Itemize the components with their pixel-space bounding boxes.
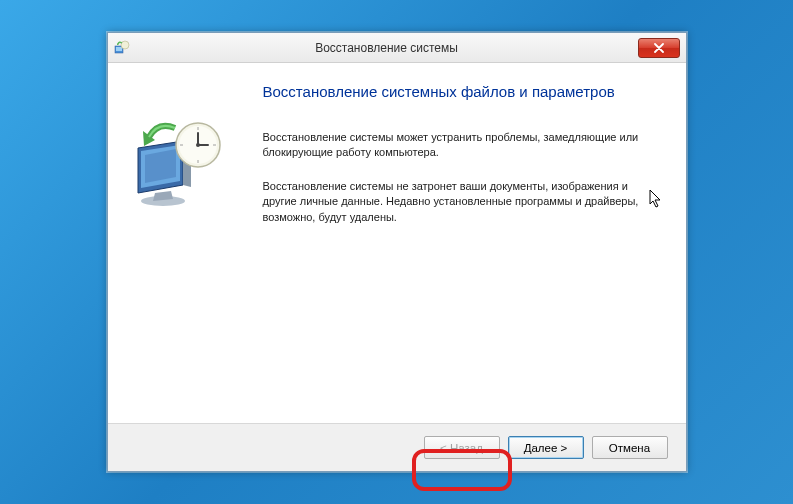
monitor-clock-restore-icon xyxy=(123,113,233,213)
svg-point-2 xyxy=(121,41,129,49)
close-button[interactable] xyxy=(638,38,680,58)
next-button[interactable]: Далее > xyxy=(508,436,584,459)
cancel-button[interactable]: Отмена xyxy=(592,436,668,459)
text-panel: Восстановление системных файлов и параме… xyxy=(253,83,661,413)
close-icon xyxy=(654,43,664,53)
page-heading: Восстановление системных файлов и параме… xyxy=(263,83,661,100)
window-title: Восстановление системы xyxy=(136,41,638,55)
svg-point-13 xyxy=(196,143,200,147)
description-paragraph-1: Восстановление системы может устранить п… xyxy=(263,130,661,161)
titlebar: Восстановление системы xyxy=(108,33,686,63)
back-button: < Назад xyxy=(424,436,500,459)
system-restore-window: Восстановление системы xyxy=(107,32,687,472)
svg-rect-1 xyxy=(116,47,122,51)
content-area: Восстановление системных файлов и параме… xyxy=(108,63,686,423)
description-paragraph-2: Восстановление системы не затронет ваши … xyxy=(263,179,661,225)
button-bar: < Назад Далее > Отмена xyxy=(108,423,686,471)
illustration-panel xyxy=(123,83,253,413)
system-restore-title-icon xyxy=(114,40,130,56)
